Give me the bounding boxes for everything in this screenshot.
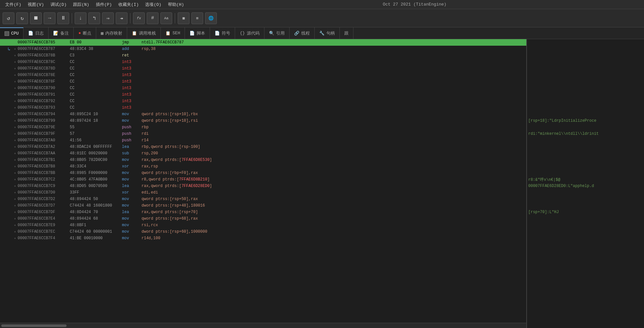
disasm-row[interactable]: ●00007FFAE6CCB7C24C:8B05 47FA0B00movr8,q… [0,176,526,183]
disasm-row[interactable]: ●00007FFAE6CCB7B848:33C4xorrax,rsp [0,163,526,170]
tab-script[interactable]: 📄 脚本 [185,27,210,39]
tab-more[interactable]: 跟 [340,27,353,39]
disasm-row[interactable]: ●00007FFAE6CCB7DF48:8D4424 70learax,qwor… [0,209,526,215]
redo-button[interactable]: ↻ [16,12,28,24]
tab-log[interactable]: 📄 日志 [23,27,49,39]
disasm-row[interactable]: ●00007FFAE6CCB7AA48:81EC 00020000subrsp,… [0,150,526,157]
stop-button[interactable]: ⏹ [30,12,42,24]
disasm-row[interactable]: ●00007FFAE6CCB79E55pushrbp [0,124,526,131]
disasm-operands: ntdll.7FFAE6CCB787 [142,40,526,45]
undo-button[interactable]: ↺ [3,12,14,24]
run-fast-button[interactable]: ↠ [116,12,127,24]
expr-button[interactable]: fx [133,12,145,24]
disasm-row[interactable]: ●00007FFAE6CCB78ECCint3 [0,72,526,78]
disasm-mnemonic: ret [122,53,142,58]
tab-symbol[interactable]: 📄 符号 [210,27,235,39]
menu-options[interactable]: 选项(O) [142,1,164,8]
tab-seh[interactable]: 📋 SEH [161,27,185,39]
disasm-row[interactable]: ●00007FFAE6CCB79F57pushrdi [0,131,526,137]
more-tab-label: 跟 [344,30,349,36]
disasm-row[interactable]: ↳●00007FFAE6CCB78748:83C4 38addrsp,38 [0,46,526,52]
calc-button[interactable]: ⊞ [191,12,203,24]
disasm-mnemonic: mov [122,171,142,175]
disasm-row[interactable]: ●00007FFAE6CCB78CCCint3 [0,59,526,65]
hscroll-thumb[interactable] [1,324,67,327]
tab-cpu[interactable]: CPU [0,27,23,39]
disasm-row[interactable]: ●00007FFAE6CCB7E448:894424 68movqword pt… [0,215,526,222]
circle-indicator: ● [12,60,18,64]
tab-notes[interactable]: 📝 备注 [49,27,74,39]
globe-button[interactable]: 🌐 [205,12,217,24]
disasm-row[interactable]: ●00007FFAE6CCB7D248:894424 50movqword pt… [0,196,526,202]
menu-view[interactable]: 视图(V) [25,1,46,8]
disasm-row[interactable]: ●00007FFAE6CCB791CCint3 [0,91,526,98]
circle-indicator: ● [12,100,18,103]
disasm-row[interactable]: ●00007FFAE6CCB7A041:56pushr14 [0,137,526,144]
disasm-row[interactable]: ●00007FFAE6CCB7D7C74424 48 16001800movdw… [0,202,526,209]
disasm-operands: r8,qword ptrds:[7FFAE6D8B210] [142,177,526,182]
disasm-bytes: 4C:8B05 47FA0B00 [70,177,122,182]
menu-help[interactable]: 帮助(H) [165,1,187,8]
text-button[interactable]: Aa [160,12,172,24]
hash-button[interactable]: # [147,12,158,24]
tab-memory[interactable]: ▦ 内存映射 [96,27,127,39]
disasm-address: 00007FFAE6CCB7D2 [18,197,70,201]
disasm-row[interactable]: ●00007FFAE6CCB7D033FFxoredi,edi [0,189,526,196]
toolbar-separator-1 [72,13,72,23]
circle-indicator: ● [12,197,18,201]
disasm-address: 00007FFAE6CCB7BB [18,171,70,175]
disasm-row[interactable]: ●00007FFAE6CCB79448:895C24 10movqword pt… [0,111,526,117]
callstack-tab-icon: 📋 [132,31,137,36]
disasm-row[interactable]: ●00007FFAE6CCB78DCCint3 [0,65,526,72]
pause-button[interactable]: ⏸ [57,12,69,24]
menu-trace[interactable]: 跟踪(N) [70,1,92,8]
disasm-row[interactable]: ●00007FFAE6CCB7A248:8DAC24 00FFFFFFlearb… [0,144,526,150]
comment-row [527,52,644,59]
disasm-row[interactable]: 00007FFAE6CCB785EB 00jmpntdll.7FFAE6CCB7… [0,39,526,46]
disasm-mnemonic: int3 [122,92,142,97]
circle-indicator: ● [12,47,18,51]
disasm-row[interactable]: ●00007FFAE6CCB793CCint3 [0,104,526,111]
tab-breakpoint[interactable]: ● 断点 [74,27,96,39]
tab-source[interactable]: {} 源代码 [235,27,264,39]
disasm-bytes: 48:8B05 782D0C00 [70,158,122,162]
disasm-row[interactable]: ●00007FFAE6CCB79948:897424 18movqword pt… [0,117,526,124]
tab-thread[interactable]: 🔗 线程 [290,27,315,39]
step-back-button[interactable]: ↰ [88,12,100,24]
horizontal-scrollbar[interactable] [0,323,526,328]
circle-indicator: ● [12,106,18,110]
memory-button[interactable]: ▦ [178,12,189,24]
disasm-row[interactable]: ●00007FFAE6CCB7B148:8B05 782D0C00movrax,… [0,157,526,163]
disasm-row[interactable]: ●00007FFAE6CCB792CCint3 [0,98,526,104]
step-right-button[interactable]: → [44,12,55,24]
disasm-row[interactable]: ●00007FFAE6CCB78BC3ret [0,52,526,59]
comment-row [527,111,644,117]
circle-indicator: ● [12,139,18,142]
circle-indicator: ● [12,93,18,97]
disasm-bytes: 48:8985 F0000000 [70,171,122,175]
disasm-row[interactable]: ●00007FFAE6CCB790CCint3 [0,85,526,91]
disasm-row[interactable]: ●00007FFAE6CCB7C948:8D05 00D70500learax,… [0,183,526,189]
disasm-row[interactable]: ●00007FFAE6CCB7ECC74424 60 00000001movdw… [0,228,526,235]
disasm-mnemonic: mov [122,203,142,208]
disasm-row[interactable]: ●00007FFAE6CCB78FCCint3 [0,78,526,85]
run-to-button[interactable]: ⇒ [102,12,114,24]
tab-callstack[interactable]: 📋 调用堆栈 [127,27,161,39]
menu-file[interactable]: 文件(F) [3,1,24,8]
disasm-row[interactable]: ●00007FFAE6CCB7BB48:8985 F0000000movqwor… [0,170,526,176]
circle-indicator: ● [12,145,18,149]
disasm-mnemonic: mov [122,223,142,227]
disasm-mnemonic: mov [122,118,142,123]
step-down-button[interactable]: ↓ [75,12,86,24]
disasm-mnemonic: int3 [122,105,142,110]
menu-fav[interactable]: 收藏夹(I) [116,1,141,8]
comment-row [527,104,644,111]
tab-handle[interactable]: 🔧 句柄 [315,27,340,39]
disasm-bytes: 48:81EC 00020000 [70,151,122,156]
menu-debug[interactable]: 调试(D) [48,1,69,8]
tab-ref[interactable]: 🔍 引用 [264,27,290,39]
disasm-row[interactable]: ●00007FFAE6CCB7F441:BE 00010000movr14d,1… [0,235,526,242]
disasm-row[interactable]: ●00007FFAE6CCB7E948:8BF1movrsi,rcx [0,222,526,228]
disasm-table[interactable]: 00007FFAE6CCB785EB 00jmpntdll.7FFAE6CCB7… [0,39,526,323]
menu-plugin[interactable]: 插件(P) [93,1,114,8]
